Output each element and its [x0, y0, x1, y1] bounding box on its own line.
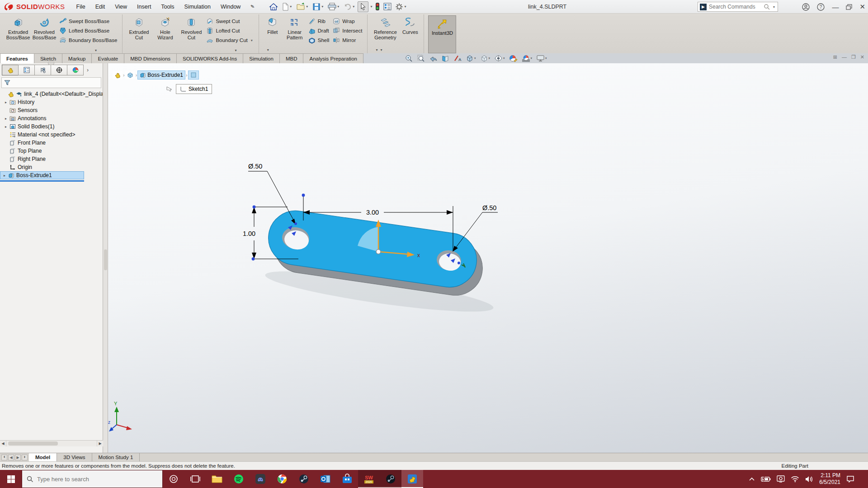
configurationmanager-tab[interactable] — [34, 65, 51, 75]
panel-flyout-chevron-icon[interactable]: › — [87, 67, 89, 73]
undo-button[interactable]: ▾ — [342, 1, 357, 12]
rib-button[interactable]: Rib — [308, 17, 331, 25]
edit-appearance-icon[interactable] — [509, 54, 518, 62]
options-caret-icon[interactable]: ▾ — [404, 5, 406, 9]
view-orientation-icon[interactable]: ▾ — [466, 54, 476, 62]
microsoft-store-button[interactable] — [336, 470, 358, 488]
taskbar-clock[interactable]: 2:11 PM 6/5/2021 — [819, 472, 840, 486]
scroll-right-icon[interactable]: ▶ — [97, 441, 103, 446]
boundary-cut-caret-icon[interactable]: ▾ — [251, 38, 253, 42]
cortana-button[interactable] — [163, 470, 184, 488]
start-button[interactable] — [0, 470, 22, 488]
graphics-viewport[interactable]: › › Boss-Extrude1 › Sketch1 — [108, 63, 868, 453]
tree-item-sensors[interactable]: Sensors — [0, 106, 103, 114]
fillet-button[interactable]: Fillet ▾ — [262, 15, 283, 53]
battery-icon[interactable] — [761, 476, 771, 482]
shell-button[interactable]: Shell — [308, 36, 331, 44]
boundary-boss-base-button[interactable]: Boundary Boss/Base — [59, 36, 119, 44]
apply-scene-caret-icon[interactable]: ▾ — [531, 56, 533, 60]
tab-simulation[interactable]: Simulation — [243, 53, 280, 63]
tab-analysis-preparation[interactable]: Analysis Preparation — [303, 53, 363, 63]
doc-tile-icon[interactable]: ⊞ — [833, 54, 837, 60]
open-caret-icon[interactable]: ▾ — [306, 5, 308, 9]
tree-item-part-root[interactable]: link_4 (Default<<Default>_Displa — [0, 90, 103, 98]
rollback-bar[interactable] — [0, 180, 84, 182]
account-button[interactable] — [802, 3, 810, 11]
tree-item-boss-extrude1[interactable]: ▸ Boss-Extrude1 — [0, 171, 84, 179]
dimxpertmanager-tab[interactable] — [51, 65, 67, 75]
lofted-cut-button[interactable]: Lofted Cut — [206, 27, 255, 35]
new-document-caret-icon[interactable]: ▾ — [290, 5, 292, 9]
tree-item-right-plane[interactable]: Right Plane — [0, 155, 103, 163]
linear-pattern-button[interactable]: Linear Pattern — [283, 15, 307, 53]
width-text[interactable]: 1.00 — [243, 230, 255, 237]
doc-close-icon[interactable]: ✕ — [860, 54, 864, 60]
task-view-button[interactable] — [184, 470, 206, 488]
last-tab-icon[interactable]: ⏵ — [22, 455, 28, 460]
expand-arrow-icon[interactable]: ▸ — [4, 100, 8, 104]
apply-scene-icon[interactable]: ▾ — [522, 54, 533, 62]
first-tab-icon[interactable]: ⏴ — [1, 455, 7, 460]
steam-running-button[interactable] — [380, 470, 401, 488]
save-caret-icon[interactable]: ▾ — [321, 5, 323, 9]
prev-tab-icon[interactable]: ◀ — [8, 455, 14, 460]
cut-group-caret-icon[interactable]: ▾ — [235, 48, 236, 52]
reference-geometry-caret-icon[interactable]: ▾ — [380, 48, 382, 52]
menu-window[interactable]: Window — [216, 0, 245, 13]
tab-evaluate[interactable]: Evaluate — [92, 53, 124, 63]
tree-item-material[interactable]: Material <not specified> — [0, 131, 103, 139]
next-tab-icon[interactable]: ▶ — [15, 455, 21, 460]
model-scene[interactable]: x Ø.50 3.00 — [108, 63, 868, 453]
view-settings-icon[interactable]: ▾ — [536, 55, 547, 62]
file-explorer-button[interactable] — [206, 470, 228, 488]
print-button[interactable]: ▾ — [326, 1, 341, 12]
menu-simulation[interactable]: Simulation — [179, 0, 216, 13]
intersect-button[interactable]: Intersect — [333, 27, 364, 35]
mirror-button[interactable]: Mirror — [333, 36, 364, 44]
tab-motion-study-1[interactable]: Motion Study 1 — [92, 453, 140, 461]
tab-3d-views[interactable]: 3D Views — [57, 453, 92, 461]
reference-geometry-button[interactable]: Reference Geometry ▾ — [371, 15, 400, 53]
hole-wizard-button[interactable]: Hole Wizard — [152, 15, 178, 53]
rebuild-button[interactable] — [374, 1, 381, 12]
tree-item-history[interactable]: ▸ History — [0, 98, 103, 106]
action-center-icon[interactable] — [846, 475, 854, 483]
annotation-view-icon[interactable]: A — [453, 54, 462, 62]
swept-cut-button[interactable]: Swept Cut — [206, 17, 255, 25]
origin-point[interactable] — [376, 249, 381, 254]
options-button[interactable]: ▾ — [394, 1, 408, 12]
curves-button[interactable]: Curves ▾ — [400, 15, 420, 53]
boundary-cut-button[interactable]: Boundary Cut▾ — [206, 36, 255, 44]
tab-mbd[interactable]: MBD — [280, 53, 304, 63]
menu-file[interactable]: File — [71, 0, 90, 13]
command-search-box[interactable]: ▶ ▾ — [698, 2, 778, 12]
dia-right-text[interactable]: Ø.50 — [482, 204, 496, 211]
menu-tools[interactable]: Tools — [156, 0, 179, 13]
draft-button[interactable]: Draft — [308, 27, 331, 35]
curves-caret-icon[interactable]: ▾ — [376, 48, 377, 52]
splitter-grip[interactable] — [104, 249, 107, 270]
help-button[interactable]: ? — [817, 3, 825, 11]
solidworks-2020-button[interactable]: SW2020 — [358, 470, 380, 488]
doc-restore-icon[interactable]: ❐ — [851, 54, 856, 60]
volume-icon[interactable] — [805, 476, 813, 483]
display-style-caret-icon[interactable]: ▾ — [489, 56, 491, 60]
revolved-boss-base-button[interactable]: Revolved Boss/Base — [31, 15, 57, 53]
taskbar-search-input[interactable] — [37, 476, 158, 483]
open-button[interactable]: ▾ — [295, 1, 310, 12]
doc-minimize-icon[interactable]: — — [842, 54, 847, 60]
discord-button[interactable] — [250, 470, 271, 488]
close-button[interactable]: ✕ — [859, 3, 865, 11]
new-document-button[interactable]: ▾ — [280, 1, 294, 12]
search-icon[interactable] — [764, 4, 770, 10]
section-view-icon[interactable] — [441, 54, 449, 62]
scroll-left-icon[interactable]: ◀ — [0, 441, 6, 446]
tab-features[interactable]: Features — [0, 53, 34, 63]
select-tool-button[interactable] — [358, 1, 368, 12]
tree-item-front-plane[interactable]: Front Plane — [0, 139, 103, 147]
expand-arrow-icon[interactable]: ▸ — [4, 117, 8, 121]
search-caret-icon[interactable]: ▾ — [773, 5, 775, 9]
hide-show-items-icon[interactable]: ▾ — [494, 54, 505, 62]
outlook-button[interactable] — [315, 470, 336, 488]
tab-model[interactable]: Model — [29, 453, 57, 461]
